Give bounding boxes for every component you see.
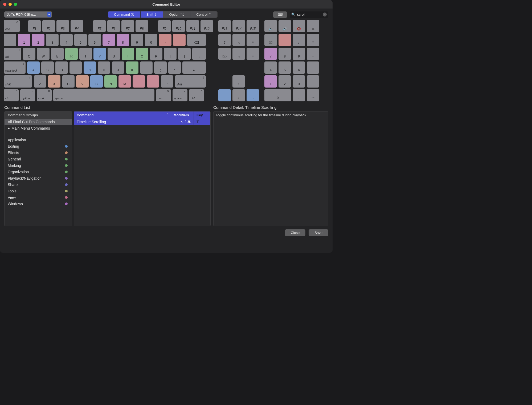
key-capslock[interactable]: caps lock⇪ bbox=[4, 61, 26, 74]
key-[interactable]: + bbox=[307, 61, 319, 74]
group-tools[interactable]: Tools bbox=[5, 188, 72, 194]
key-[interactable]: ↓ bbox=[232, 89, 245, 101]
group-playback-navigation[interactable]: Playback/Navigation bbox=[5, 175, 72, 181]
group-windows[interactable]: Windows bbox=[5, 201, 72, 207]
key-m[interactable]: M bbox=[118, 75, 131, 88]
key-esc[interactable]: esc↺ bbox=[4, 20, 20, 32]
key-[interactable]: \ bbox=[192, 48, 206, 60]
group-application[interactable]: Application bbox=[5, 137, 72, 143]
key-f3[interactable]: F3 bbox=[56, 20, 69, 32]
key-[interactable]: ? bbox=[218, 34, 231, 46]
key-s[interactable]: S bbox=[41, 61, 54, 74]
key-f6[interactable]: F6 bbox=[107, 20, 120, 32]
key-[interactable]: - bbox=[159, 34, 171, 46]
key-f4[interactable]: F4 bbox=[71, 20, 83, 32]
key-8[interactable]: 8 bbox=[279, 48, 291, 60]
key-[interactable]: ⇞ bbox=[247, 34, 259, 46]
key-2[interactable]: 2 bbox=[32, 34, 44, 46]
modifier-shift[interactable]: Shift ⇧ bbox=[141, 11, 163, 18]
key-f2[interactable]: F2 bbox=[42, 20, 55, 32]
key-[interactable]: 🔊 bbox=[279, 20, 291, 32]
key-[interactable]: 🔇 bbox=[293, 20, 305, 32]
key-1[interactable]: 1 bbox=[264, 75, 277, 88]
key-space[interactable]: space bbox=[53, 89, 154, 101]
group-editing[interactable]: Editing bbox=[5, 143, 72, 150]
key-2[interactable]: 2 bbox=[279, 75, 291, 88]
key-f10[interactable]: F10 bbox=[172, 20, 185, 32]
key-[interactable]: ' bbox=[168, 61, 181, 74]
key-[interactable]: * bbox=[307, 34, 319, 46]
key-0[interactable]: 0 bbox=[264, 89, 291, 101]
search-field[interactable]: 🔍 ✕ bbox=[290, 11, 328, 18]
key-[interactable]: ↘ bbox=[232, 48, 245, 60]
key-[interactable]: ⌧ bbox=[264, 34, 277, 46]
key-w[interactable]: W bbox=[37, 48, 50, 60]
key-g[interactable]: G bbox=[84, 61, 96, 74]
key-option[interactable]: option⌥ bbox=[20, 89, 35, 101]
search-input[interactable] bbox=[297, 13, 321, 16]
key-d[interactable]: D bbox=[55, 61, 68, 74]
key-x[interactable]: X bbox=[48, 75, 60, 88]
key-f[interactable]: F bbox=[69, 61, 82, 74]
key-[interactable]: → bbox=[247, 89, 259, 101]
key-shift[interactable]: shift⇧ bbox=[175, 75, 206, 88]
key-f13[interactable]: F13 bbox=[218, 20, 231, 32]
key-f8[interactable]: F8 bbox=[136, 20, 148, 32]
key-b[interactable]: B bbox=[90, 75, 103, 88]
key-o[interactable]: O bbox=[136, 48, 148, 60]
key-[interactable]: ↘ bbox=[232, 34, 245, 46]
key-7[interactable]: 7 bbox=[103, 34, 115, 46]
key-[interactable]: [ bbox=[164, 48, 177, 60]
group-organization[interactable]: Organization bbox=[5, 169, 72, 175]
keyboard-toggle-button[interactable]: ⌨ bbox=[273, 11, 287, 18]
key-option[interactable]: option⌥ bbox=[173, 89, 187, 101]
key-3[interactable]: 3 bbox=[46, 34, 59, 46]
key-5[interactable]: 5 bbox=[74, 34, 87, 46]
key-cmd[interactable]: cmd⌘ bbox=[156, 89, 171, 101]
key-n[interactable]: N bbox=[104, 75, 117, 88]
key-1[interactable]: 1 bbox=[18, 34, 30, 46]
group-main-menu-commands[interactable]: ▶Main Menu Commands bbox=[5, 125, 72, 131]
key-f1[interactable]: F1 bbox=[28, 20, 41, 32]
key-f9[interactable]: F9 bbox=[158, 20, 171, 32]
key-6[interactable]: 6 bbox=[293, 61, 305, 74]
modifier-command[interactable]: Command ⌘ bbox=[108, 11, 141, 18]
key-[interactable]: 🔈 bbox=[264, 20, 277, 32]
key-f15[interactable]: F15 bbox=[247, 20, 259, 32]
group-general[interactable]: General bbox=[5, 156, 72, 162]
key-f14[interactable]: F14 bbox=[232, 20, 245, 32]
key-blank[interactable] bbox=[307, 75, 319, 88]
key-ctrl[interactable]: ctrl⌃ bbox=[189, 89, 204, 101]
key-r[interactable]: R bbox=[65, 48, 78, 60]
key-h[interactable]: H bbox=[98, 61, 110, 74]
key-z[interactable]: Z bbox=[34, 75, 46, 88]
key-6[interactable]: 6 bbox=[88, 34, 101, 46]
key-[interactable]: ↑ bbox=[232, 75, 245, 88]
key-y[interactable]: Y bbox=[93, 48, 106, 60]
col-command[interactable]: Command bbox=[74, 111, 171, 119]
table-row[interactable]: Timeline Scrolling⌥⇧⌘T bbox=[74, 119, 210, 125]
key-[interactable]: = bbox=[173, 34, 186, 46]
key-[interactable]: ↩ bbox=[182, 61, 206, 74]
key-u[interactable]: U bbox=[108, 48, 120, 60]
close-button[interactable]: Close bbox=[285, 229, 305, 236]
clear-search-icon[interactable]: ✕ bbox=[323, 13, 327, 16]
key-k[interactable]: K bbox=[126, 61, 138, 74]
key-[interactable]: ⇟ bbox=[247, 48, 259, 60]
key-t[interactable]: T bbox=[79, 48, 92, 60]
key-shift[interactable]: shift⇧ bbox=[4, 75, 32, 88]
key-[interactable]: ← bbox=[218, 89, 231, 101]
group-view[interactable]: View bbox=[5, 194, 72, 201]
col-modifiers[interactable]: Modifiers bbox=[171, 111, 194, 119]
key-q[interactable]: Q bbox=[23, 48, 35, 60]
key-l[interactable]: L bbox=[140, 61, 153, 74]
key-f7[interactable]: F7 bbox=[121, 20, 134, 32]
key-[interactable]: / bbox=[161, 75, 173, 88]
key-tab[interactable]: tab⇥ bbox=[4, 48, 21, 60]
key-p[interactable]: P bbox=[150, 48, 162, 60]
key-[interactable]: ] bbox=[178, 48, 191, 60]
key-v[interactable]: V bbox=[76, 75, 89, 88]
key-[interactable]: = bbox=[279, 34, 291, 46]
key-f12[interactable]: F12 bbox=[200, 20, 213, 32]
key-[interactable]: , bbox=[133, 75, 145, 88]
